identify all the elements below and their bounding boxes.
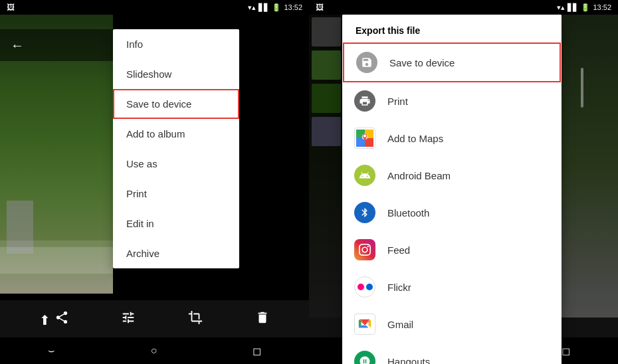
left-phone: 🖼 ▾▴ ▋▋ 🔋 13:52 ← Info Sl bbox=[0, 0, 309, 364]
gmail-icon bbox=[353, 312, 377, 336]
menu-item-edit-in[interactable]: Edit in bbox=[113, 209, 239, 238]
svg-rect-2 bbox=[356, 138, 365, 147]
save-label: Save to device bbox=[389, 57, 455, 68]
export-item-maps[interactable]: Add to Maps bbox=[342, 120, 562, 157]
menu-item-print[interactable]: Print bbox=[113, 179, 239, 209]
right-status-bar: 🖼 ▾▴ ▋▋ 🔋 13:52 bbox=[309, 0, 618, 15]
flickr-label: Flickr bbox=[387, 282, 411, 293]
back-arrow-icon[interactable]: ← bbox=[11, 38, 24, 53]
instagram-icon bbox=[353, 238, 377, 262]
right-wifi-icon: ▾▴ bbox=[557, 3, 565, 12]
gmail-label: Gmail bbox=[387, 319, 413, 330]
recent-nav-icon[interactable]: ◻ bbox=[253, 345, 261, 357]
right-battery-icon: 🔋 bbox=[581, 3, 590, 12]
home-nav-icon[interactable]: ○ bbox=[151, 345, 157, 357]
android-beam-label: Android Beam bbox=[387, 170, 451, 181]
export-item-flickr[interactable]: Flickr bbox=[342, 268, 562, 306]
photo-icon: 🖼 bbox=[7, 3, 15, 12]
left-context-menu: Info Slideshow Save to device Add to alb… bbox=[113, 29, 239, 268]
export-item-feed[interactable]: Feed bbox=[342, 231, 562, 268]
bluetooth-icon bbox=[353, 201, 377, 225]
hangouts-icon bbox=[353, 349, 377, 364]
export-panel: Export this file Save to device Print bbox=[342, 15, 562, 364]
right-recent-nav-icon[interactable]: ◻ bbox=[562, 345, 570, 357]
print-label: Print bbox=[387, 96, 408, 107]
svg-rect-3 bbox=[365, 138, 373, 147]
hangouts-label: Hangouts bbox=[387, 356, 430, 365]
status-left-icons: 🖼 bbox=[7, 3, 15, 12]
export-item-save[interactable]: Save to device bbox=[343, 43, 561, 82]
export-title: Export this file bbox=[342, 15, 562, 43]
left-status-bar: 🖼 ▾▴ ▋▋ 🔋 13:52 bbox=[0, 0, 309, 15]
left-top-nav: ← bbox=[0, 29, 113, 61]
save-icon bbox=[355, 50, 379, 74]
android-icon bbox=[353, 163, 377, 187]
menu-item-archive[interactable]: Archive bbox=[113, 238, 239, 268]
right-signal-icon: ▋▋ bbox=[567, 3, 578, 12]
right-status-right: ▾▴ ▋▋ 🔋 13:52 bbox=[557, 3, 611, 12]
scrollbar[interactable] bbox=[581, 68, 583, 108]
feed-label: Feed bbox=[387, 244, 410, 256]
left-content: ← Info Slideshow Save to device Add to a… bbox=[0, 15, 309, 300]
delete-icon[interactable] bbox=[255, 310, 270, 328]
signal-icon: ▋▋ bbox=[258, 3, 269, 12]
menu-item-info[interactable]: Info bbox=[113, 29, 239, 59]
menu-item-slideshow[interactable]: Slideshow bbox=[113, 59, 239, 89]
left-bottom-toolbar: ⬆ bbox=[0, 300, 309, 337]
right-phone: 🖼 ▾▴ ▋▋ 🔋 13:52 Export this file bbox=[309, 0, 618, 364]
menu-item-add-album[interactable]: Add to album bbox=[113, 119, 239, 149]
back-nav-icon[interactable]: ⌣ bbox=[48, 345, 55, 357]
flickr-icon bbox=[353, 275, 377, 299]
time-left: 13:52 bbox=[284, 3, 302, 11]
export-item-gmail[interactable]: Gmail bbox=[342, 306, 562, 343]
export-item-print[interactable]: Print bbox=[342, 82, 562, 120]
battery-icon: 🔋 bbox=[272, 3, 281, 12]
export-item-bluetooth[interactable]: Bluetooth bbox=[342, 194, 562, 231]
right-content: Export this file Save to device Print bbox=[309, 15, 618, 318]
status-right-icons: ▾▴ ▋▋ 🔋 13:52 bbox=[248, 3, 302, 12]
crop-icon[interactable] bbox=[188, 310, 203, 328]
right-time: 13:52 bbox=[593, 3, 611, 11]
share-icon[interactable]: ⬆ bbox=[39, 310, 69, 328]
export-item-hangouts[interactable]: Hangouts bbox=[342, 343, 562, 364]
menu-item-use-as[interactable]: Use as bbox=[113, 149, 239, 179]
svg-point-5 bbox=[363, 135, 366, 137]
export-item-android-beam[interactable]: Android Beam bbox=[342, 157, 562, 194]
right-photo-icon: 🖼 bbox=[316, 3, 324, 12]
print-icon bbox=[353, 89, 377, 113]
wifi-icon: ▾▴ bbox=[248, 3, 256, 12]
maps-label: Add to Maps bbox=[387, 133, 443, 144]
right-status-left: 🖼 bbox=[316, 3, 324, 12]
left-nav-bar: ⌣ ○ ◻ bbox=[0, 337, 309, 364]
menu-item-save[interactable]: Save to device bbox=[113, 89, 239, 119]
tune-icon[interactable] bbox=[121, 310, 136, 328]
bluetooth-label: Bluetooth bbox=[387, 207, 429, 219]
maps-icon bbox=[353, 126, 377, 150]
